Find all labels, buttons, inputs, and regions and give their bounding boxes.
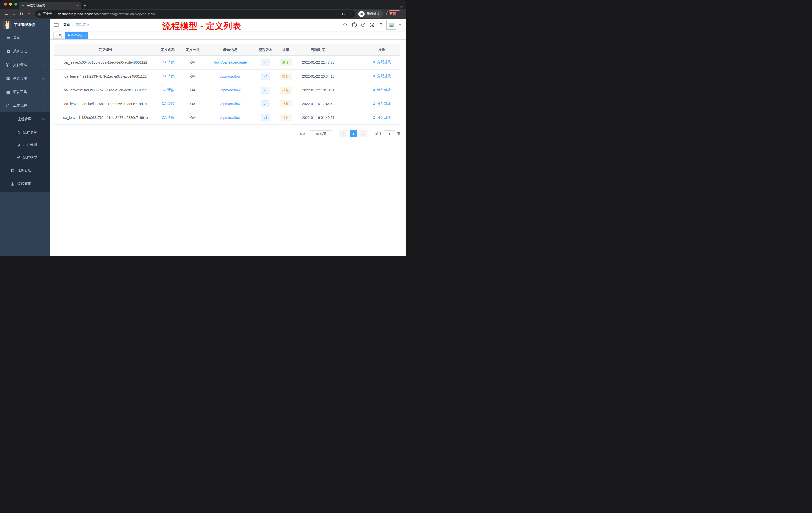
reload-button[interactable]: ↻ — [18, 11, 25, 17]
fullscreen-icon[interactable] — [369, 22, 374, 27]
form-info-link[interactable]: /bpm/oa/flow — [221, 74, 240, 78]
definition-name-link[interactable]: OA 请假 — [162, 88, 174, 92]
zoom-window-button[interactable] — [14, 2, 17, 5]
password-key-icon[interactable] — [342, 12, 346, 16]
sidebar-item-label: 流程管理 — [17, 117, 31, 121]
gear-icon — [6, 50, 10, 54]
sidebar-item-system[interactable]: 系统管理 — [0, 45, 50, 58]
sidebar-item-workflow[interactable]: 工作流程 — [0, 99, 50, 113]
sidebar-item-dashboard[interactable]: 首页 — [0, 31, 50, 45]
form-info-link[interactable]: /bpm/oa/flow — [221, 102, 240, 106]
bookmark-star-icon[interactable]: ☆ — [349, 11, 352, 16]
incognito-badge: 无痕模式 — [357, 10, 383, 18]
robot-icon — [16, 143, 20, 147]
avatar-caret-down-icon[interactable] — [399, 24, 402, 26]
col-deploy-time: 部署时间 — [295, 44, 342, 56]
back-button[interactable]: ← — [2, 11, 10, 16]
definition-name-link[interactable]: OA 请假 — [162, 116, 174, 119]
goto-page-input[interactable] — [384, 130, 395, 137]
sidebar-item-process-management[interactable]: 流程管理 — [0, 113, 50, 126]
definition-name-link[interactable]: OA 请假 — [162, 102, 174, 105]
address-bar[interactable]: 不安全 dashboard.yudao.iocoder.cn/bpm/manag… — [35, 10, 355, 18]
update-label[interactable]: 更新 — [389, 11, 396, 16]
sidebar-item-process-model[interactable]: 流程模型 — [0, 151, 50, 163]
browser-menu-kebab-icon[interactable] — [399, 12, 400, 16]
col-definition-id: 定义编号 — [55, 44, 156, 56]
github-icon[interactable] — [352, 22, 357, 27]
sidebar-item-payment[interactable]: ¥ 支付管理 — [0, 58, 50, 72]
warning-icon — [38, 12, 41, 16]
url-text[interactable]: dashboard.yudao.iocoder.cn/bpm/manager/d… — [58, 12, 156, 16]
definition-name-link[interactable]: OA 请假 — [162, 74, 174, 78]
form-info-link[interactable]: /bpm/oa/flow — [221, 116, 240, 120]
minimize-window-button[interactable] — [9, 2, 12, 5]
tab-title: 芋道管理系统 — [27, 3, 74, 7]
sidebar-item-label: 流程表单 — [23, 130, 37, 134]
goto-label: 前往 — [375, 131, 382, 136]
active-dot — [67, 34, 69, 36]
search-icon[interactable] — [343, 22, 348, 27]
sidebar-item-infrastructure[interactable]: 基础设施 — [0, 72, 50, 85]
col-form-info: 表单信息 — [206, 44, 255, 56]
sidebar-item-devtools[interactable]: 研发工具 — [0, 85, 50, 99]
new-tab-button[interactable]: + — [83, 3, 86, 8]
pagination-total: 共 5 条 — [296, 131, 306, 136]
col-definition-name: 定义名称 — [156, 44, 179, 56]
help-icon[interactable] — [360, 22, 366, 27]
deploy-time-cell: 2022-01-22 20:34:10 — [295, 69, 342, 83]
home-button[interactable]: ⌂ — [25, 11, 33, 16]
font-size-icon[interactable]: TT — [378, 23, 382, 27]
security-label[interactable]: 不安全 — [43, 11, 53, 16]
filler-cell — [342, 56, 363, 69]
table-header-row: 定义编号 定义名称 定义分类 表单信息 流程版本 状态 部署时间 操作 — [55, 44, 401, 56]
definition-name-link[interactable]: OA 请假 — [162, 60, 174, 64]
sidebar-item-process-form[interactable]: 流程表单 — [0, 126, 50, 139]
page-number-1[interactable]: 1 — [349, 130, 357, 137]
breadcrumb-current: 流程定义 — [76, 23, 90, 27]
breadcrumb-home[interactable]: 首页 — [63, 23, 70, 27]
tag-process-definition[interactable]: 流程定义 × — [65, 32, 88, 39]
browser-tab[interactable]: 芋道管理系统 × — [19, 1, 81, 9]
definition-id-cell: oa_leave:1:482ec033-762a-11ec-8477-a2380… — [55, 111, 156, 124]
tag-close-icon[interactable]: × — [84, 34, 86, 37]
assign-rule-link[interactable]: 分配规则 — [372, 88, 391, 92]
browser-toolbar: ← → ↻ ⌂ 不安全 dashboard.yudao.iocoder.cn/b… — [0, 9, 406, 19]
tab-search-chevron-icon[interactable] — [401, 3, 403, 8]
app-title: 芋道管理系统 — [14, 23, 35, 27]
person-icon — [372, 102, 376, 105]
close-window-button[interactable] — [4, 2, 7, 5]
col-actions: 操作 — [363, 44, 401, 56]
forward-button[interactable]: → — [10, 11, 18, 16]
form-info-link[interactable]: /bpm/oa/flow — [221, 88, 240, 92]
sidebar-item-leave-query[interactable]: 请假查询 — [0, 177, 50, 191]
assign-rule-link[interactable]: 分配规则 — [372, 115, 391, 120]
tab-close-icon[interactable]: × — [76, 3, 78, 7]
next-page-button[interactable]: › — [359, 130, 367, 137]
app-logo[interactable]: 芋道管理系统 — [0, 19, 50, 31]
avatar-broken-image[interactable] — [386, 20, 397, 30]
filler-cell — [342, 83, 363, 97]
definition-id-cell: oa_leave:3:1fad3d93-7b75-11ec-a3c8-acde4… — [55, 83, 156, 97]
col-status: 状态 — [276, 44, 295, 56]
sidebar-collapse-icon[interactable] — [54, 23, 59, 27]
assign-rule-link[interactable]: 分配规则 — [372, 74, 391, 78]
form-info-link[interactable]: /bpm/oa/leave/create — [214, 60, 247, 64]
category-cell: OA — [179, 111, 206, 124]
version-badge: v2 — [261, 100, 270, 108]
sidebar-item-user-group[interactable]: 用户分组 — [0, 139, 50, 151]
assign-rule-link[interactable]: 分配规则 — [372, 101, 391, 106]
table-row: oa_leave:5:004b710b-7b8a-11ec-8ef0-acde4… — [55, 56, 401, 69]
table-row: oa_leave:2:3c1f0ef1-76b1-11ec-9c66-a2380… — [55, 97, 401, 111]
breadcrumb-separator: / — [72, 23, 73, 27]
prev-page-button[interactable]: ‹ — [340, 130, 347, 137]
category-cell: OA — [179, 83, 206, 97]
assign-rule-link[interactable]: 分配规则 — [372, 60, 391, 64]
update-button[interactable]: 更新 — [386, 10, 403, 17]
actions-cell: 分配规则 — [363, 56, 401, 69]
person-icon — [372, 88, 376, 92]
filler-cell — [342, 111, 363, 124]
tag-home[interactable]: 首页 — [54, 32, 64, 39]
page-content: 定义编号 定义名称 定义分类 表单信息 流程版本 状态 部署时间 操作 oa_l… — [50, 40, 406, 256]
sidebar-item-task-management[interactable]: 任务管理 — [0, 163, 50, 177]
page-size-select[interactable]: 10条/页 — [310, 130, 332, 137]
